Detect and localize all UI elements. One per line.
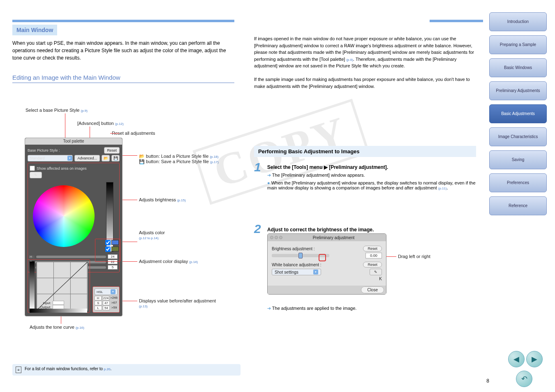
nav-introduction[interactable]: Introduction	[489, 12, 547, 31]
nav-basic-adjust[interactable]: Basic Adjustments	[489, 104, 547, 123]
step1-result: The [Preliminary adjustment] window appe…	[272, 173, 365, 178]
wb-label: White balance adjustment :	[272, 263, 321, 267]
curve-grad-left	[30, 261, 35, 311]
callout-line	[123, 242, 137, 242]
nav-reference[interactable]: Reference	[489, 196, 547, 215]
tool-palette-window: Tool palette Base Picture Style : Reset …	[25, 138, 123, 316]
eyedropper-button[interactable]: ✎	[30, 172, 42, 178]
bullet-icon: ●	[267, 180, 270, 185]
prelim-section-title: Performing Basic Adjustment to Images	[254, 146, 476, 157]
wb-eyedropper-button[interactable]: ✎	[370, 269, 382, 275]
step-number-2: 2	[254, 222, 261, 236]
drag-highlight	[319, 254, 326, 261]
nav-preparing[interactable]: Preparing a Sample	[489, 35, 547, 54]
nav-image-char[interactable]: Image Characteristics	[489, 127, 547, 146]
callout-line	[61, 316, 61, 324]
side-navigation: Introduction Preparing a Sample Basic Wi…	[489, 12, 547, 219]
traffic-light-min[interactable]	[275, 236, 278, 239]
label-advanced-btn: [Advanced] button (p.12)	[77, 121, 124, 126]
swatch-after	[111, 247, 119, 251]
label-color-adj: Adjusts color(p.12 to p.14)	[139, 230, 221, 240]
page-ref[interactable]: (p.13)	[139, 304, 148, 308]
label-lum: Adjusts brightness (p.15)	[139, 197, 186, 202]
label-hsl-value: Displays value before/after adjustment (…	[139, 298, 221, 308]
callout-line	[123, 261, 137, 262]
show-affected-label: Show affected area on images	[37, 166, 86, 171]
chevron-down-icon: ▾	[313, 270, 318, 274]
divider-bar-right	[430, 20, 483, 22]
color-wheel-overlay	[33, 185, 95, 247]
save-file-button[interactable]: 💾	[111, 155, 120, 161]
page-ref[interactable]: (p.9)	[81, 109, 88, 113]
brightness-reset-button[interactable]: Reset	[363, 246, 382, 251]
nav-saving[interactable]: Saving	[489, 150, 547, 169]
advanced-button[interactable]: Advanced...	[74, 155, 100, 161]
open-icon: 📂	[139, 154, 145, 159]
curve-grad-bottom	[30, 309, 87, 313]
page-ref[interactable]: (p.12 to p.14)	[139, 236, 159, 240]
preliminary-adjustment-window: Preliminary adjustment Brightness adjust…	[267, 233, 386, 295]
step1-text: Select the [Tools] menu ▶ [Preliminary a…	[267, 164, 388, 170]
nav-prelim-adjust[interactable]: Preliminary Adjustments	[489, 81, 547, 100]
label-base-style: Select a base Picture Style (p.9)	[25, 108, 88, 113]
swatch-toggle[interactable]	[105, 240, 111, 245]
right-intro-para: If images opened in the main window do n…	[254, 35, 476, 90]
brightness-label: Brightness adjustment :	[272, 247, 315, 251]
section-title: Main Window	[12, 25, 57, 35]
chevron-down-icon: ▾	[111, 289, 116, 294]
drag-label: Drag left or right	[398, 254, 430, 259]
left-column: Main Window When you start up PSE, the m…	[12, 16, 234, 83]
swatch-toggle[interactable]	[105, 247, 111, 252]
result-arrow-icon: ➔	[267, 173, 271, 178]
page-nav-buttons: ◀ ▶	[508, 351, 543, 367]
reset-button[interactable]: Reset	[104, 147, 120, 154]
lum-value: 5	[108, 265, 118, 270]
page-ref[interactable]: (p.8)	[346, 58, 353, 62]
callout-line	[386, 256, 396, 257]
save-icon: 💾	[139, 159, 145, 164]
note-icon: ≡	[16, 367, 21, 373]
kelvin-label: K	[379, 277, 382, 281]
curve-output-value[interactable]	[53, 305, 64, 309]
label-tone: Adjusts the tone curve (p.16)	[30, 325, 84, 330]
brightness-value: 0.00	[365, 253, 382, 258]
close-button[interactable]: Close	[361, 286, 384, 293]
swatch-before	[111, 240, 119, 245]
page-ref[interactable]: (p.11)	[438, 187, 447, 190]
curve-input-value[interactable]	[53, 301, 64, 305]
callout-line	[123, 200, 137, 200]
hsl-select[interactable]: HSL▾	[95, 288, 118, 295]
traffic-light-zoom[interactable]	[279, 236, 282, 239]
slider-thumb[interactable]	[298, 253, 303, 258]
wb-select[interactable]: Shot settings▾	[272, 269, 321, 275]
prev-page-button[interactable]: ◀	[508, 351, 525, 367]
nav-basic-windows[interactable]: Basic Windows	[489, 58, 547, 77]
page-ref[interactable]: p.20	[104, 367, 111, 371]
prelim-window-title: Preliminary adjustment	[284, 235, 384, 240]
chevron-down-icon: ▾	[67, 156, 72, 161]
palette-title: Tool palette	[25, 138, 122, 145]
step2-result: The adjustments are applied to the image…	[272, 306, 356, 311]
traffic-light-close[interactable]	[270, 236, 273, 239]
subheading: Editing an Image with the Main Window	[12, 74, 234, 83]
page-ref[interactable]: (p.15)	[177, 198, 186, 202]
step1-note: When the [Preliminary adjustment] window…	[267, 180, 476, 190]
page-ref[interactable]: (p.16)	[76, 326, 84, 330]
back-button[interactable]: ↶	[516, 371, 532, 387]
load-file-button[interactable]: 📂	[102, 155, 110, 161]
step-number-1: 1	[254, 160, 261, 174]
callout-line	[123, 301, 137, 301]
next-page-button[interactable]: ▶	[526, 351, 543, 367]
page-ref[interactable]: (p.14)	[189, 260, 198, 264]
callout-line	[123, 155, 137, 156]
page-number: 8	[486, 378, 489, 384]
wb-reset-button[interactable]: Reset	[363, 262, 382, 267]
page-ref[interactable]: (p.12)	[115, 122, 124, 126]
show-affected-checkbox[interactable]	[30, 166, 35, 171]
base-style-select[interactable]: Standard▾	[28, 155, 73, 161]
result-arrow-icon: ➔	[267, 306, 271, 311]
section-paragraph: When you start up PSE, the main window a…	[12, 39, 234, 62]
nav-preferences[interactable]: Preferences	[489, 173, 547, 192]
footer-note: ≡ For a list of main window functions, r…	[12, 364, 240, 376]
callout-line	[110, 133, 119, 134]
